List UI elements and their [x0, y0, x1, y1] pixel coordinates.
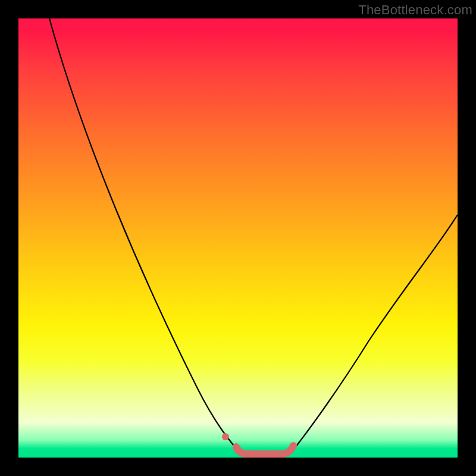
plot-frame	[18, 18, 458, 458]
left-curve	[49, 18, 240, 453]
basin-highlight	[236, 446, 293, 454]
basin-dot	[222, 433, 229, 440]
curves-svg	[18, 18, 458, 458]
right-curve	[291, 215, 458, 453]
watermark-text: TheBottleneck.com	[358, 2, 472, 18]
